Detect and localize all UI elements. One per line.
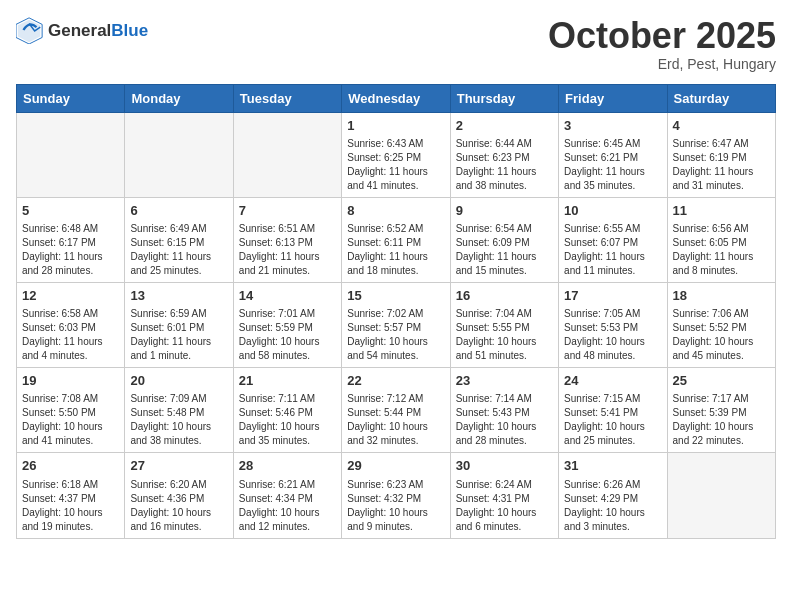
- location: Erd, Pest, Hungary: [548, 56, 776, 72]
- day-number: 3: [564, 117, 661, 135]
- column-header-saturday: Saturday: [667, 84, 775, 112]
- logo-text: GeneralBlue: [48, 22, 148, 39]
- calendar-cell: 12Sunrise: 6:58 AM Sunset: 6:03 PM Dayli…: [17, 282, 125, 367]
- day-info: Sunrise: 6:55 AM Sunset: 6:07 PM Dayligh…: [564, 222, 661, 278]
- day-number: 5: [22, 202, 119, 220]
- calendar-cell: 19Sunrise: 7:08 AM Sunset: 5:50 PM Dayli…: [17, 368, 125, 453]
- calendar-cell: [233, 112, 341, 197]
- calendar-cell: [125, 112, 233, 197]
- calendar-cell: 11Sunrise: 6:56 AM Sunset: 6:05 PM Dayli…: [667, 197, 775, 282]
- day-number: 4: [673, 117, 770, 135]
- day-info: Sunrise: 6:54 AM Sunset: 6:09 PM Dayligh…: [456, 222, 553, 278]
- page-header: GeneralBlue October 2025 Erd, Pest, Hung…: [16, 16, 776, 72]
- day-info: Sunrise: 6:43 AM Sunset: 6:25 PM Dayligh…: [347, 137, 444, 193]
- week-row-5: 26Sunrise: 6:18 AM Sunset: 4:37 PM Dayli…: [17, 453, 776, 538]
- day-number: 23: [456, 372, 553, 390]
- calendar-cell: 28Sunrise: 6:21 AM Sunset: 4:34 PM Dayli…: [233, 453, 341, 538]
- svg-marker-0: [18, 20, 40, 42]
- day-number: 25: [673, 372, 770, 390]
- column-header-monday: Monday: [125, 84, 233, 112]
- calendar-cell: 4Sunrise: 6:47 AM Sunset: 6:19 PM Daylig…: [667, 112, 775, 197]
- calendar-cell: [17, 112, 125, 197]
- calendar-cell: 17Sunrise: 7:05 AM Sunset: 5:53 PM Dayli…: [559, 282, 667, 367]
- logo-general: General: [48, 21, 111, 40]
- day-info: Sunrise: 6:21 AM Sunset: 4:34 PM Dayligh…: [239, 478, 336, 534]
- day-number: 26: [22, 457, 119, 475]
- day-info: Sunrise: 6:44 AM Sunset: 6:23 PM Dayligh…: [456, 137, 553, 193]
- calendar-cell: 9Sunrise: 6:54 AM Sunset: 6:09 PM Daylig…: [450, 197, 558, 282]
- day-number: 15: [347, 287, 444, 305]
- column-header-wednesday: Wednesday: [342, 84, 450, 112]
- day-number: 22: [347, 372, 444, 390]
- calendar-cell: 5Sunrise: 6:48 AM Sunset: 6:17 PM Daylig…: [17, 197, 125, 282]
- day-info: Sunrise: 6:18 AM Sunset: 4:37 PM Dayligh…: [22, 478, 119, 534]
- day-number: 10: [564, 202, 661, 220]
- month-title: October 2025: [548, 16, 776, 56]
- day-number: 9: [456, 202, 553, 220]
- day-number: 28: [239, 457, 336, 475]
- calendar-cell: 2Sunrise: 6:44 AM Sunset: 6:23 PM Daylig…: [450, 112, 558, 197]
- calendar-cell: 18Sunrise: 7:06 AM Sunset: 5:52 PM Dayli…: [667, 282, 775, 367]
- day-number: 29: [347, 457, 444, 475]
- calendar-cell: 6Sunrise: 6:49 AM Sunset: 6:15 PM Daylig…: [125, 197, 233, 282]
- calendar-cell: 20Sunrise: 7:09 AM Sunset: 5:48 PM Dayli…: [125, 368, 233, 453]
- day-info: Sunrise: 7:14 AM Sunset: 5:43 PM Dayligh…: [456, 392, 553, 448]
- calendar-cell: 22Sunrise: 7:12 AM Sunset: 5:44 PM Dayli…: [342, 368, 450, 453]
- calendar-cell: 23Sunrise: 7:14 AM Sunset: 5:43 PM Dayli…: [450, 368, 558, 453]
- day-info: Sunrise: 6:26 AM Sunset: 4:29 PM Dayligh…: [564, 478, 661, 534]
- day-info: Sunrise: 6:23 AM Sunset: 4:32 PM Dayligh…: [347, 478, 444, 534]
- calendar-cell: 21Sunrise: 7:11 AM Sunset: 5:46 PM Dayli…: [233, 368, 341, 453]
- calendar-header-row: SundayMondayTuesdayWednesdayThursdayFrid…: [17, 84, 776, 112]
- day-number: 27: [130, 457, 227, 475]
- day-info: Sunrise: 7:09 AM Sunset: 5:48 PM Dayligh…: [130, 392, 227, 448]
- calendar-cell: 14Sunrise: 7:01 AM Sunset: 5:59 PM Dayli…: [233, 282, 341, 367]
- logo: GeneralBlue: [16, 16, 148, 44]
- day-number: 6: [130, 202, 227, 220]
- day-number: 2: [456, 117, 553, 135]
- day-info: Sunrise: 7:15 AM Sunset: 5:41 PM Dayligh…: [564, 392, 661, 448]
- calendar-cell: 10Sunrise: 6:55 AM Sunset: 6:07 PM Dayli…: [559, 197, 667, 282]
- day-info: Sunrise: 6:56 AM Sunset: 6:05 PM Dayligh…: [673, 222, 770, 278]
- day-number: 21: [239, 372, 336, 390]
- day-info: Sunrise: 6:47 AM Sunset: 6:19 PM Dayligh…: [673, 137, 770, 193]
- day-info: Sunrise: 6:58 AM Sunset: 6:03 PM Dayligh…: [22, 307, 119, 363]
- day-info: Sunrise: 7:17 AM Sunset: 5:39 PM Dayligh…: [673, 392, 770, 448]
- calendar-cell: [667, 453, 775, 538]
- logo-blue: Blue: [111, 21, 148, 40]
- column-header-sunday: Sunday: [17, 84, 125, 112]
- calendar-cell: 30Sunrise: 6:24 AM Sunset: 4:31 PM Dayli…: [450, 453, 558, 538]
- calendar-cell: 15Sunrise: 7:02 AM Sunset: 5:57 PM Dayli…: [342, 282, 450, 367]
- day-info: Sunrise: 7:11 AM Sunset: 5:46 PM Dayligh…: [239, 392, 336, 448]
- week-row-3: 12Sunrise: 6:58 AM Sunset: 6:03 PM Dayli…: [17, 282, 776, 367]
- calendar-cell: 3Sunrise: 6:45 AM Sunset: 6:21 PM Daylig…: [559, 112, 667, 197]
- calendar-cell: 8Sunrise: 6:52 AM Sunset: 6:11 PM Daylig…: [342, 197, 450, 282]
- calendar-cell: 13Sunrise: 6:59 AM Sunset: 6:01 PM Dayli…: [125, 282, 233, 367]
- day-info: Sunrise: 6:24 AM Sunset: 4:31 PM Dayligh…: [456, 478, 553, 534]
- column-header-thursday: Thursday: [450, 84, 558, 112]
- day-number: 20: [130, 372, 227, 390]
- title-area: October 2025 Erd, Pest, Hungary: [548, 16, 776, 72]
- day-number: 19: [22, 372, 119, 390]
- day-number: 31: [564, 457, 661, 475]
- day-number: 13: [130, 287, 227, 305]
- day-info: Sunrise: 6:49 AM Sunset: 6:15 PM Dayligh…: [130, 222, 227, 278]
- day-number: 16: [456, 287, 553, 305]
- day-info: Sunrise: 6:45 AM Sunset: 6:21 PM Dayligh…: [564, 137, 661, 193]
- week-row-2: 5Sunrise: 6:48 AM Sunset: 6:17 PM Daylig…: [17, 197, 776, 282]
- calendar-cell: 1Sunrise: 6:43 AM Sunset: 6:25 PM Daylig…: [342, 112, 450, 197]
- logo-icon: [16, 16, 44, 44]
- calendar-cell: 31Sunrise: 6:26 AM Sunset: 4:29 PM Dayli…: [559, 453, 667, 538]
- day-number: 17: [564, 287, 661, 305]
- day-number: 18: [673, 287, 770, 305]
- day-number: 14: [239, 287, 336, 305]
- day-info: Sunrise: 6:52 AM Sunset: 6:11 PM Dayligh…: [347, 222, 444, 278]
- day-info: Sunrise: 7:01 AM Sunset: 5:59 PM Dayligh…: [239, 307, 336, 363]
- day-number: 24: [564, 372, 661, 390]
- calendar-cell: 24Sunrise: 7:15 AM Sunset: 5:41 PM Dayli…: [559, 368, 667, 453]
- column-header-friday: Friday: [559, 84, 667, 112]
- day-info: Sunrise: 6:59 AM Sunset: 6:01 PM Dayligh…: [130, 307, 227, 363]
- day-number: 12: [22, 287, 119, 305]
- column-header-tuesday: Tuesday: [233, 84, 341, 112]
- calendar-cell: 27Sunrise: 6:20 AM Sunset: 4:36 PM Dayli…: [125, 453, 233, 538]
- calendar-cell: 7Sunrise: 6:51 AM Sunset: 6:13 PM Daylig…: [233, 197, 341, 282]
